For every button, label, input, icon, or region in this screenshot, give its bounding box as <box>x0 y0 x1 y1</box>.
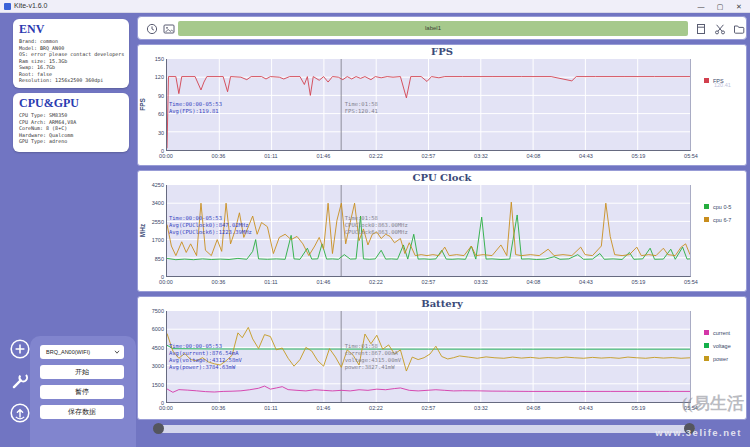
y-tick-label: 7500 <box>140 308 164 314</box>
chart-canvas <box>167 59 690 150</box>
minimize-button[interactable]: — <box>692 0 710 13</box>
x-tick-label: 00:00 <box>152 405 180 411</box>
wrench-icon <box>9 370 31 392</box>
image-icon[interactable] <box>163 23 175 35</box>
x-tick-label: 02:57 <box>415 279 443 285</box>
legend-value: 120.41 <box>714 82 731 88</box>
device-select[interactable]: BRQ_AN00(WIFI) <box>40 345 124 359</box>
label-bar[interactable]: label1 <box>178 21 688 36</box>
x-tick-label: 02:22 <box>362 279 390 285</box>
x-tick-label: 03:32 <box>467 405 495 411</box>
env-info-line: OS: error please contact developers <box>19 51 123 58</box>
cpugpu-info-list: CPU Type: SM8350CPU Arch: ARM64,V8ACoreN… <box>19 112 123 145</box>
history-icon[interactable] <box>146 23 158 35</box>
titlebar: Kite-v1.6.0 — ▢ ✕ <box>0 0 750 13</box>
x-tick-label: 01:11 <box>257 405 285 411</box>
x-tick-label: 04:08 <box>520 405 548 411</box>
x-tick-label: 01:11 <box>257 279 285 285</box>
bookmark-icon[interactable] <box>695 23 707 35</box>
cursor-tooltip: Time:01:58CPUClock0:863.00MHzCPUClock6:8… <box>345 215 408 236</box>
y-tick-label: 120 <box>140 74 164 80</box>
maximize-button[interactable]: ▢ <box>711 0 729 13</box>
legend-entry[interactable]: cpu 0-5 <box>704 197 731 207</box>
x-tick-label: 04:43 <box>572 405 600 411</box>
start-button[interactable]: 开始 <box>40 365 124 379</box>
y-tick-label: 2550 <box>140 219 164 225</box>
plot-area[interactable] <box>166 311 691 403</box>
chart-title: Battery <box>138 298 746 309</box>
legend-entry[interactable]: current <box>704 323 730 333</box>
save-data-button[interactable]: 保存数据 <box>40 405 124 419</box>
legend-swatch <box>704 217 709 222</box>
scissors-icon[interactable] <box>714 23 726 35</box>
legend-entry[interactable]: cpu 6-7 <box>704 210 731 220</box>
env-info-list: Brand: commonModel: BRQ_AN00OS: error pl… <box>19 38 123 84</box>
x-tick-label: 04:43 <box>572 153 600 159</box>
legend-swatch <box>704 343 709 348</box>
time-range-slider[interactable] <box>155 425 695 433</box>
x-tick-label: 01:46 <box>310 153 338 159</box>
app-title: Kite-v1.6.0 <box>14 2 47 9</box>
y-tick-label: 850 <box>140 256 164 262</box>
x-tick-label: 05:54 <box>677 153 705 159</box>
x-tick-label: 05:19 <box>625 153 653 159</box>
chart-canvas <box>167 311 690 402</box>
plus-circle-icon <box>9 338 31 360</box>
range-tooltip: Time:00:00-05:53Avg(FPS):119.81 <box>169 101 222 115</box>
cursor-tooltip: Time:01:58current:867.00mAvoltage:4315.0… <box>345 343 401 371</box>
battery-chart-card: Battery 01500300045006000750000:0000:360… <box>137 296 747 420</box>
cpugpu-panel: CPU&GPU CPU Type: SM8350CPU Arch: ARM64,… <box>13 93 129 152</box>
x-tick-label: 04:08 <box>520 279 548 285</box>
range-tooltip: Time:00:00-05:53Avg(CPUClock0):847.02MHz… <box>169 215 252 236</box>
env-info-line: Resolution: 1256x2500 360dpi <box>19 77 123 84</box>
x-tick-label: 03:32 <box>467 153 495 159</box>
cpugpu-panel-title: CPU&GPU <box>19 96 123 111</box>
plot-area[interactable] <box>166 59 691 151</box>
pause-button[interactable]: 暂停 <box>40 385 124 399</box>
fps-chart-card: FPS FPS 030609012015000:0000:3601:1101:4… <box>137 44 747 166</box>
close-button[interactable]: ✕ <box>730 0 748 13</box>
y-tick-label: 90 <box>140 93 164 99</box>
legend-entry[interactable]: FPS <box>704 71 724 81</box>
x-tick-label: 00:36 <box>205 279 233 285</box>
x-tick-label: 05:54 <box>677 279 705 285</box>
x-tick-label: 03:32 <box>467 279 495 285</box>
legend-entry[interactable]: power <box>704 349 728 359</box>
legend-swatch <box>704 356 709 361</box>
x-tick-label: 02:22 <box>362 405 390 411</box>
x-tick-label: 01:46 <box>310 279 338 285</box>
settings-button[interactable] <box>9 370 31 392</box>
y-tick-label: 30 <box>140 130 164 136</box>
x-tick-label: 02:57 <box>415 405 443 411</box>
app-icon <box>4 3 11 10</box>
add-button[interactable] <box>9 338 31 360</box>
legend-swatch <box>704 204 709 209</box>
watermark-url: www.3elife.net <box>655 427 742 438</box>
slider-handle-left[interactable] <box>153 423 164 434</box>
chart-title: CPU Clock <box>138 172 746 183</box>
legend-entry[interactable]: voltage <box>704 336 731 346</box>
legend-label: voltage <box>713 343 731 349</box>
x-tick-label: 05:19 <box>625 279 653 285</box>
x-tick-label: 00:36 <box>205 405 233 411</box>
folder-icon[interactable] <box>733 23 745 35</box>
legend-label: cpu 6-7 <box>713 217 731 223</box>
y-tick-label: 4500 <box>140 345 164 351</box>
x-tick-label: 04:08 <box>520 153 548 159</box>
y-axis-label: FPS <box>139 80 146 130</box>
upload-button[interactable] <box>9 402 31 424</box>
legend-swatch <box>704 78 709 83</box>
y-tick-label: 6000 <box>140 326 164 332</box>
y-tick-label: 3400 <box>140 200 164 206</box>
chart-title: FPS <box>138 46 746 57</box>
cpugpu-info-line: GPU Type: adreno <box>19 138 123 145</box>
y-tick-label: 4250 <box>140 182 164 188</box>
x-tick-label: 00:36 <box>205 153 233 159</box>
x-tick-label: 05:19 <box>625 405 653 411</box>
x-tick-label: 00:00 <box>152 279 180 285</box>
y-tick-label: 3000 <box>140 363 164 369</box>
x-tick-label: 01:11 <box>257 153 285 159</box>
device-select-value: BRQ_AN00(WIFI) <box>46 349 90 355</box>
legend-label: cpu 0-5 <box>713 204 731 210</box>
chart-toolbar: label1 <box>137 16 747 40</box>
